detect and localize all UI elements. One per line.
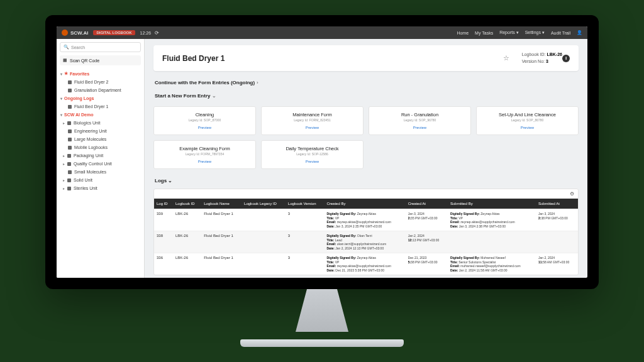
unit-item[interactable]: ▸Packaging Unit xyxy=(57,151,144,160)
continue-forms-toggle[interactable]: Continue with the Form Entries (Ongoing)… xyxy=(153,76,579,89)
unit-item[interactable]: ▸Quality Control Unit xyxy=(57,160,144,168)
nav-settings[interactable]: Settings ▾ xyxy=(525,30,545,35)
page-header: Fluid Bed Dryer 1 ☆ Logbook ID: LBK-26 V… xyxy=(153,45,579,71)
unit-item[interactable]: Mobile Logbooks xyxy=(57,143,144,151)
header-meta: Logbook ID: LBK-26 Version No: 3 xyxy=(522,52,562,65)
preview-link[interactable]: Preview xyxy=(265,160,359,163)
nav-mytasks[interactable]: My Tasks xyxy=(475,31,493,35)
favorite-icon[interactable]: ☆ xyxy=(503,54,509,62)
section-ongoing[interactable]: ▾Ongoing Logs xyxy=(57,94,144,102)
form-card[interactable]: Maintenance FormLegacy Id: FORM_823451Pr… xyxy=(261,106,364,135)
form-card[interactable]: Example Cleaning FormLegacy Id: FORM_789… xyxy=(153,140,256,169)
user-icon[interactable]: 👤 xyxy=(577,30,582,35)
form-card[interactable]: Run - GranulationLegacy Id: SOP_96780Pre… xyxy=(369,106,471,135)
logs-toggle[interactable]: Logs ⌄ xyxy=(153,175,579,186)
logs-table: ⚙ Log IDLogbook IDLogbook NameLogbook Le… xyxy=(153,189,579,275)
scan-qr-button[interactable]: ▦ Scan QR Code xyxy=(60,55,141,65)
brand: SCW.AI DIGITAL LOGBOOK xyxy=(62,30,135,36)
qr-icon: ▦ xyxy=(63,58,67,63)
nav-reports[interactable]: Reports ▾ xyxy=(499,30,518,35)
section-favorites[interactable]: ▾ ★ Favorites xyxy=(57,69,144,78)
table-row[interactable]: 338LBK-26Fluid Bed Dryer 13Digitally Sig… xyxy=(154,231,578,253)
search-icon: 🔍 xyxy=(64,45,69,50)
preview-link[interactable]: Preview xyxy=(480,126,574,129)
sidebar: 🔍 Search ▦ Scan QR Code ▾ ★ Favorites Fl… xyxy=(57,39,145,278)
topbar: SCW.AI DIGITAL LOGBOOK 12:26 ⟳ Home My T… xyxy=(57,26,587,39)
sidebar-item[interactable]: Granulation Department xyxy=(57,86,144,94)
filter-icon[interactable]: ⚙ xyxy=(154,189,578,199)
preview-link[interactable]: Preview xyxy=(158,126,252,129)
search-input[interactable]: 🔍 Search xyxy=(60,42,141,52)
unit-item[interactable]: Large Molecules xyxy=(57,135,144,143)
unit-item[interactable]: Engineering Unit xyxy=(57,127,144,135)
preview-link[interactable]: Preview xyxy=(373,126,467,129)
sidebar-item[interactable]: Fluid Bed Dryer 1 xyxy=(57,102,144,111)
brand-icon xyxy=(62,30,68,36)
nav-home[interactable]: Home xyxy=(457,31,469,35)
refresh-icon[interactable]: ⟳ xyxy=(155,30,159,36)
content: Fluid Bed Dryer 1 ☆ Logbook ID: LBK-26 V… xyxy=(145,39,587,278)
table-header: Log IDLogbook IDLogbook NameLogbook Lega… xyxy=(154,199,578,209)
clock: 12:26 xyxy=(140,31,152,35)
page-title: Fluid Bed Dryer 1 xyxy=(162,54,503,63)
preview-link[interactable]: Preview xyxy=(158,160,252,163)
table-row[interactable]: 336LBK-26Fluid Bed Dryer 13Digitally Sig… xyxy=(154,253,578,275)
table-row[interactable]: 339LBK-26Fluid Bed Dryer 13Digitally Sig… xyxy=(154,209,578,231)
form-card[interactable]: CleaningLegacy Id: SOP_87000Preview xyxy=(153,106,256,135)
brand-text: SCW.AI xyxy=(70,30,88,36)
form-card[interactable]: Daily Temperature CheckLegacy Id: SOP-12… xyxy=(261,140,364,169)
sidebar-item[interactable]: Fluid Bed Dryer 2 xyxy=(57,78,144,86)
start-form-toggle[interactable]: Start a New Form Entry⌄ xyxy=(153,89,579,102)
nav-audit[interactable]: Audit Trail xyxy=(551,31,570,35)
unit-item[interactable]: Small Molecules xyxy=(57,168,144,176)
preview-link[interactable]: Preview xyxy=(265,126,359,129)
unit-item[interactable]: ▸Solid Unit xyxy=(57,176,144,184)
info-icon[interactable]: i xyxy=(562,55,570,62)
form-cards: CleaningLegacy Id: SOP_87000Preview Main… xyxy=(153,106,579,169)
form-card[interactable]: Set-Up And Line ClearanceLegacy Id: SOP_… xyxy=(476,106,579,135)
section-demo[interactable]: ▾SCW AI Demo xyxy=(57,111,144,119)
product-badge: DIGITAL LOGBOOK xyxy=(93,30,135,35)
unit-item[interactable]: ▸Biologics Unit xyxy=(57,119,144,127)
unit-item[interactable]: ▸Steriles Unit xyxy=(57,184,144,192)
